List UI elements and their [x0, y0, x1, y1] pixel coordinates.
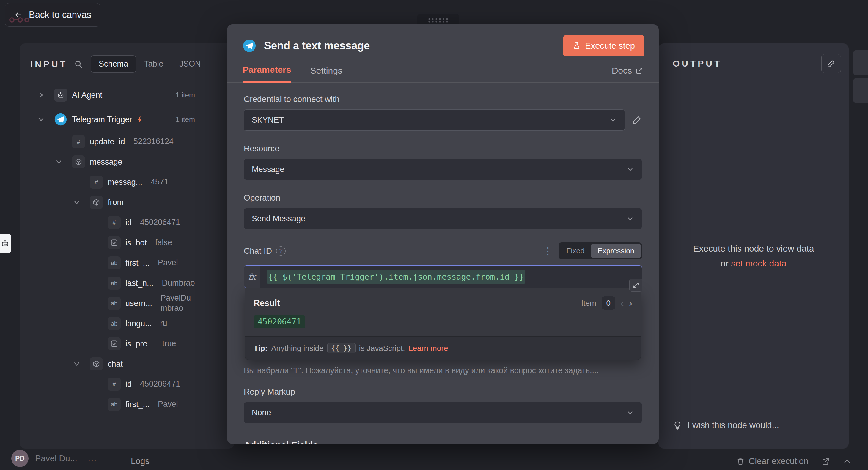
- edit-output-button[interactable]: [821, 54, 841, 73]
- docs-link[interactable]: Docs: [612, 66, 643, 82]
- resource-value: Message: [252, 165, 284, 174]
- additional-fields-heading: Additional Fields: [244, 440, 642, 444]
- number-icon: #: [72, 135, 85, 148]
- output-panel: OUTPUT Execute this node to view data or…: [658, 43, 849, 448]
- tree-row-messag[interactable]: #messag...4571: [37, 172, 195, 192]
- tree-row-update_id[interactable]: #update_id522316124: [37, 132, 195, 152]
- avatar[interactable]: PD: [11, 450, 29, 467]
- tree-row-chat[interactable]: chat: [37, 354, 195, 374]
- credential-select[interactable]: SKYNET: [244, 109, 625, 131]
- tree-key: is_pre...: [125, 339, 154, 348]
- drag-handle-icon: [427, 16, 449, 24]
- item-index: 0: [602, 296, 615, 310]
- tree-row-usern[interactable]: abusern...PavelDumbrao: [37, 293, 195, 313]
- set-mock-data-link[interactable]: set mock data: [731, 259, 786, 268]
- tab-parameters[interactable]: Parameters: [243, 65, 291, 82]
- string-icon: ab: [107, 277, 121, 290]
- chevron-down-icon[interactable]: [73, 199, 90, 206]
- tab-json[interactable]: JSON: [172, 55, 209, 73]
- resource-label: Resource: [244, 144, 642, 153]
- operation-value: Send Message: [252, 214, 305, 224]
- tree-row-AIAgent[interactable]: AI Agent1 item: [37, 83, 195, 107]
- help-icon[interactable]: ?: [276, 246, 286, 256]
- toggle-expression[interactable]: Expression: [591, 244, 641, 258]
- chevron-down-icon[interactable]: [37, 116, 54, 123]
- reply-markup-select[interactable]: None: [244, 402, 642, 423]
- tree-row-TelegramTrigger[interactable]: Telegram Trigger1 item: [37, 107, 195, 132]
- user-menu[interactable]: PD Pavel Du... ...: [11, 450, 97, 467]
- lightbulb-icon: [673, 421, 682, 430]
- item-label: Item: [581, 299, 596, 308]
- tip-label: Tip:: [254, 344, 268, 353]
- tree-row-last_n[interactable]: ablast_n...Dumbrao: [37, 273, 195, 293]
- tree-key: usern...: [125, 299, 152, 308]
- credential-value: SKYNET: [252, 115, 284, 125]
- chevron-down-icon: [626, 166, 634, 173]
- side-panel-tab[interactable]: [853, 78, 868, 103]
- tree-row-first_[interactable]: abfirst_...Pavel: [37, 394, 195, 414]
- tree-value: Dumbrao: [162, 278, 195, 288]
- clear-execution-button[interactable]: Clear execution: [736, 456, 809, 466]
- tree-row-first_[interactable]: abfirst_...Pavel: [37, 253, 195, 273]
- search-icon[interactable]: [74, 60, 83, 69]
- tree-row-langu[interactable]: ablangu...ru: [37, 313, 195, 334]
- tab-settings[interactable]: Settings: [310, 66, 342, 82]
- tab-table[interactable]: Table: [136, 55, 172, 73]
- chevron-right-icon[interactable]: [37, 92, 54, 99]
- operation-select[interactable]: Send Message: [244, 208, 642, 229]
- output-empty-state: Execute this node to view data or set mo…: [658, 241, 849, 271]
- tree-key: last_n...: [125, 279, 154, 288]
- execute-step-button[interactable]: Execute step: [563, 35, 645, 57]
- item-next-button[interactable]: ›: [629, 298, 632, 308]
- toggle-fixed[interactable]: Fixed: [560, 244, 591, 258]
- chevron-down-icon: [626, 215, 634, 223]
- output-empty-line1: Execute this node to view data: [658, 241, 849, 256]
- kebab-icon[interactable]: ⋮: [543, 246, 553, 256]
- ai-agent-icon: [54, 89, 67, 102]
- chevron-down-icon: [626, 409, 634, 416]
- tree-key: langu...: [125, 319, 152, 328]
- tree-row-is_bot[interactable]: is_botfalse: [37, 233, 195, 253]
- chevron-down-icon[interactable]: [55, 158, 72, 166]
- fx-badge: fx: [244, 266, 260, 288]
- schema-tree: AI Agent1 itemTelegram Trigger1 item#upd…: [20, 73, 234, 414]
- user-options-button[interactable]: ...: [88, 454, 97, 464]
- tree-row-id[interactable]: #id450206471: [37, 212, 195, 233]
- chat-id-expression-input[interactable]: fx {{ $('Telegram Trigger').item.json.me…: [244, 265, 642, 288]
- tree-row-id[interactable]: #id450206471: [37, 374, 195, 394]
- pencil-icon: [632, 115, 642, 125]
- tree-row-message[interactable]: message: [37, 152, 195, 172]
- object-icon: [72, 156, 85, 168]
- tree-value: Pavel: [158, 399, 195, 409]
- edit-credential-button[interactable]: [632, 115, 642, 125]
- logs-toggle[interactable]: Logs: [131, 456, 150, 466]
- clear-execution-label: Clear execution: [749, 456, 809, 466]
- output-panel-title: OUTPUT: [673, 59, 722, 69]
- input-panel: INPUT Schema Table JSON AI Agent1 itemTe…: [20, 43, 234, 448]
- chevron-up-icon[interactable]: [843, 457, 851, 466]
- back-to-canvas-button[interactable]: Back to canvas: [5, 3, 100, 27]
- resource-select[interactable]: Message: [244, 159, 642, 180]
- tab-schema[interactable]: Schema: [91, 55, 136, 73]
- assistant-button[interactable]: [0, 234, 11, 253]
- expand-icon[interactable]: [629, 279, 642, 292]
- learn-more-link[interactable]: Learn more: [408, 344, 448, 353]
- expression-value[interactable]: {{ $('Telegram Trigger').item.json.messa…: [267, 270, 525, 284]
- chevron-down-icon[interactable]: [73, 360, 90, 368]
- side-panel-tab[interactable]: [853, 50, 868, 75]
- back-arrow-icon: [14, 10, 23, 19]
- pop-out-icon[interactable]: [822, 457, 830, 466]
- credential-label: Credential to connect with: [244, 95, 642, 104]
- item-prev-button[interactable]: ‹: [621, 298, 624, 308]
- result-value: 450206471: [254, 315, 305, 328]
- tip-text-pre: Anything inside: [271, 344, 323, 353]
- user-name: Pavel Du...: [35, 454, 77, 464]
- string-icon: ab: [107, 398, 121, 411]
- tree-row-from[interactable]: from: [37, 192, 195, 212]
- node-feedback-link[interactable]: I wish this node would...: [673, 421, 779, 430]
- tree-row-is_pre[interactable]: is_pre...true: [37, 334, 195, 354]
- reply-markup-value: None: [252, 408, 271, 417]
- flask-icon: [572, 42, 581, 50]
- chevron-down-icon: [609, 116, 617, 124]
- tip-code: {{ }}: [327, 343, 355, 353]
